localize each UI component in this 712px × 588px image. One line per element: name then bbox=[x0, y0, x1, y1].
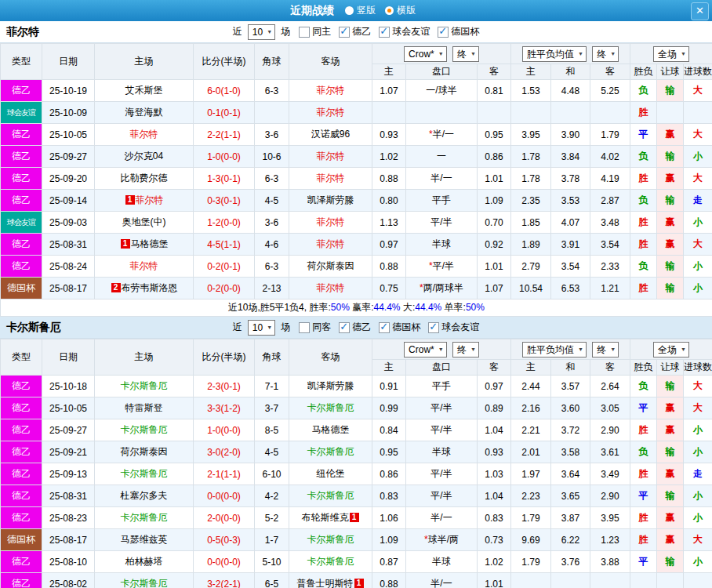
match-date: 25-08-24 bbox=[42, 256, 95, 278]
match-date: 25-10-05 bbox=[42, 124, 95, 146]
away-team-cell: 凯泽斯劳滕 bbox=[289, 376, 372, 397]
odds-group-header: Crow*▼ 终▼ bbox=[372, 44, 511, 64]
corner-cell: 4-6 bbox=[255, 234, 289, 256]
corner-cell: 4-5 bbox=[255, 441, 289, 463]
avg-stage-select[interactable]: 终▼ bbox=[592, 342, 619, 358]
avg-select[interactable]: 胜平负均值▼ bbox=[522, 342, 587, 358]
handicap-line-cell: *平/半 bbox=[406, 256, 478, 278]
avg-odds-cell: 9.69 bbox=[511, 529, 551, 551]
summary-row: 近10场,胜5平1负4, 胜率:50% 赢率:44.4% 大:44.4% 单率:… bbox=[1, 299, 712, 317]
odds-home-cell: 0.88 bbox=[372, 573, 406, 588]
checkbox-icon[interactable] bbox=[428, 322, 439, 333]
checkbox-icon[interactable] bbox=[339, 322, 350, 333]
filter-checkbox[interactable]: 球会友谊 bbox=[379, 25, 430, 38]
bookmaker-select[interactable]: Crow*▼ bbox=[404, 46, 447, 62]
odds-stage-select[interactable]: 终▼ bbox=[452, 342, 479, 358]
checkbox-icon[interactable] bbox=[299, 322, 310, 333]
match-row: 德乙25-09-20比勒费尔德1-3(0-1)6-3菲尔特0.88半/一1.01… bbox=[1, 168, 712, 190]
away-team-cell: 普鲁士明斯特1 bbox=[289, 573, 372, 588]
filter-checkbox[interactable]: 球会友谊 bbox=[428, 321, 479, 334]
team-name: 布劳韦斯洛恩 bbox=[122, 282, 178, 293]
chevron-down-icon: ▼ bbox=[610, 48, 616, 60]
filter-checkbox[interactable]: 同主 bbox=[299, 25, 331, 38]
checkbox-icon[interactable] bbox=[379, 27, 390, 38]
avg-odds-cell: 3.88 bbox=[590, 551, 630, 573]
home-team-cell: 柏林赫塔 bbox=[95, 551, 194, 573]
filter-checkbox[interactable]: 德乙 bbox=[339, 25, 371, 38]
bookmaker-select[interactable]: Crow*▼ bbox=[404, 342, 447, 358]
avg-stage-value: 终 bbox=[597, 343, 606, 356]
home-team-cell: 卡尔斯鲁厄 bbox=[95, 376, 194, 397]
league-type-cell: 德乙 bbox=[1, 256, 42, 278]
filter-checkbox[interactable]: 德国杯 bbox=[438, 25, 479, 38]
home-team-cell: 特雷斯登 bbox=[95, 397, 194, 419]
team-name: 艾禾斯堡 bbox=[125, 85, 163, 96]
matches-tbody: 德乙25-10-18卡尔斯鲁厄2-3(0-1)7-1凯泽斯劳滕0.91平手0.9… bbox=[1, 376, 712, 588]
odds-home-cell: 0.95 bbox=[372, 441, 406, 463]
team-name: 凯泽斯劳滕 bbox=[307, 194, 354, 205]
score-cell: 0-0(0-0) bbox=[194, 551, 255, 573]
games-label: 场 bbox=[281, 25, 290, 38]
avg-odds-cell: 2.90 bbox=[590, 485, 630, 507]
odds-home-cell: 1.13 bbox=[372, 212, 406, 234]
avg-odds-cell: 2.23 bbox=[511, 485, 551, 507]
goals-result-cell: 小 bbox=[684, 419, 712, 441]
match-date: 25-09-27 bbox=[42, 419, 95, 441]
result-cell: 胜 bbox=[630, 529, 657, 551]
odds-away-cell: 1.04 bbox=[478, 419, 511, 441]
result-cell: 平 bbox=[630, 551, 657, 573]
col-header-goals: 进球数 bbox=[684, 64, 712, 80]
avg-odds-cell bbox=[551, 102, 590, 124]
match-count-select[interactable]: 10▼ bbox=[248, 24, 275, 40]
goals-result-cell: 大 bbox=[684, 234, 712, 256]
match-count-select[interactable]: 10▼ bbox=[248, 320, 275, 336]
odds-away-cell: 0.83 bbox=[478, 507, 511, 529]
league-type-cell: 德乙 bbox=[1, 234, 42, 256]
score-cell: 0-3(0-1) bbox=[194, 190, 255, 212]
filter-checkbox[interactable]: 德乙 bbox=[339, 321, 371, 334]
radio-vertical-label[interactable]: 竖版 bbox=[357, 4, 376, 17]
radio-horizontal-label[interactable]: 横版 bbox=[397, 4, 416, 17]
avg-select[interactable]: 胜平负均值▼ bbox=[522, 46, 587, 62]
odds-away-cell: 1.07 bbox=[478, 278, 511, 299]
radio-horizontal-icon[interactable] bbox=[385, 6, 394, 15]
filter-checkbox[interactable]: 同客 bbox=[299, 321, 331, 334]
summary-segment: 44.4% bbox=[374, 302, 401, 313]
corner-cell: 2-13 bbox=[255, 278, 289, 299]
odds-stage-select[interactable]: 终▼ bbox=[452, 46, 479, 62]
match-row: 德乙25-10-18卡尔斯鲁厄2-3(0-1)7-1凯泽斯劳滕0.91平手0.9… bbox=[1, 376, 712, 397]
avg-odds-cell: 2.35 bbox=[511, 190, 551, 212]
avg-odds-cell bbox=[511, 102, 551, 124]
close-icon[interactable]: ✕ bbox=[691, 2, 709, 20]
handicap-line-cell: 半球 bbox=[406, 441, 478, 463]
fullmatch-select[interactable]: 全场▼ bbox=[653, 46, 689, 62]
away-team-cell: 马格德堡 bbox=[289, 419, 372, 441]
checkbox-icon[interactable] bbox=[438, 27, 449, 38]
handicap-line-cell: 平手 bbox=[406, 376, 478, 397]
radio-vertical-icon[interactable] bbox=[345, 6, 354, 15]
handicap-line-cell: 半/一 bbox=[406, 573, 478, 588]
result-cell: 胜 bbox=[630, 419, 657, 441]
match-row: 德乙25-08-24菲尔特0-2(0-1)6-3荷尔斯泰因0.88*平/半1.0… bbox=[1, 256, 712, 278]
avg-stage-select[interactable]: 终▼ bbox=[592, 46, 619, 62]
fullmatch-value: 全场 bbox=[658, 343, 677, 356]
col-header-result: 胜负 bbox=[630, 360, 657, 376]
goals-result-cell bbox=[684, 102, 712, 124]
score-cell: 0-0(0-0) bbox=[194, 485, 255, 507]
team-name: 荷尔斯泰因 bbox=[307, 260, 354, 271]
checkbox-icon[interactable] bbox=[339, 27, 350, 38]
checkbox-icon[interactable] bbox=[379, 322, 390, 333]
filter-label: 德乙 bbox=[352, 25, 371, 38]
goals-result-cell: 大 bbox=[684, 124, 712, 146]
col-header-type: 类型 bbox=[1, 44, 42, 80]
fullmatch-select[interactable]: 全场▼ bbox=[653, 342, 689, 358]
chevron-down-icon: ▼ bbox=[610, 343, 616, 356]
home-team-cell: 杜塞尔多夫 bbox=[95, 485, 194, 507]
checkbox-icon[interactable] bbox=[299, 27, 310, 38]
handicap-line-cell: *两/两球半 bbox=[406, 278, 478, 299]
filter-checkbox[interactable]: 德国杯 bbox=[379, 321, 420, 334]
avg-odds-cell: 4.07 bbox=[551, 212, 590, 234]
odds-away-cell: 1.09 bbox=[478, 190, 511, 212]
goals-result-cell: 小 bbox=[684, 278, 712, 299]
team-sections: 菲尔特 近 10▼ 场 同主德乙球会友谊德国杯 类型 日期 主场 比分(半场 bbox=[0, 21, 712, 588]
